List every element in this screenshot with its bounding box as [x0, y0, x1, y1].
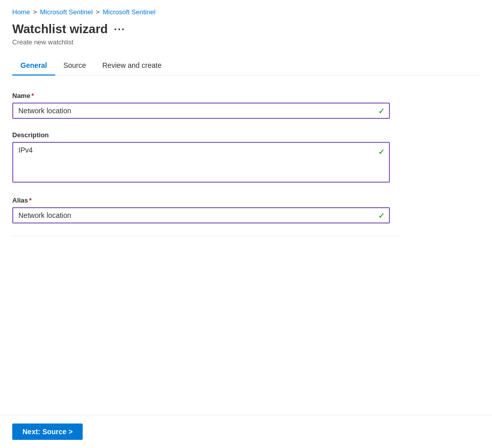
breadcrumb-home[interactable]: Home	[12, 8, 30, 16]
breadcrumb-sentinel-2[interactable]: Microsoft Sentinel	[103, 8, 155, 16]
name-required-star: *	[31, 92, 34, 99]
tab-source[interactable]: Source	[55, 56, 94, 76]
breadcrumb-sep-1: >	[33, 8, 37, 16]
alias-input[interactable]	[12, 207, 390, 223]
description-form-group: Description IPv4 ✓	[12, 131, 400, 184]
tab-review-and-create[interactable]: Review and create	[94, 56, 170, 76]
form-container: Name* ✓ Description IPv4 ✓ Alias* ✓	[12, 76, 400, 257]
description-textarea-wrapper: IPv4 ✓	[12, 142, 390, 184]
breadcrumb: Home > Microsoft Sentinel > Microsoft Se…	[12, 8, 480, 16]
alias-required-star: *	[29, 196, 32, 204]
name-label: Name*	[12, 92, 400, 99]
name-input-wrapper: ✓	[12, 103, 390, 119]
name-form-group: Name* ✓	[12, 92, 400, 119]
alias-label: Alias*	[12, 196, 400, 204]
bottom-bar: Next: Source >	[0, 415, 492, 448]
tab-navigation: General Source Review and create	[12, 56, 480, 76]
name-input[interactable]	[12, 103, 390, 119]
breadcrumb-sentinel-1[interactable]: Microsoft Sentinel	[40, 8, 92, 16]
alias-form-group: Alias* ✓	[12, 196, 400, 223]
next-source-button[interactable]: Next: Source >	[12, 424, 83, 440]
page-subtitle: Create new watchlist	[12, 38, 480, 46]
description-label: Description	[12, 131, 400, 139]
more-options-button[interactable]: ···	[114, 23, 126, 35]
alias-input-wrapper: ✓	[12, 207, 390, 223]
tab-general[interactable]: General	[12, 56, 55, 76]
description-textarea[interactable]: IPv4	[12, 142, 390, 183]
page-title: Watchlist wizard	[12, 22, 108, 36]
page-header: Watchlist wizard ···	[12, 22, 480, 36]
breadcrumb-sep-2: >	[96, 8, 100, 16]
form-divider	[12, 236, 400, 236]
